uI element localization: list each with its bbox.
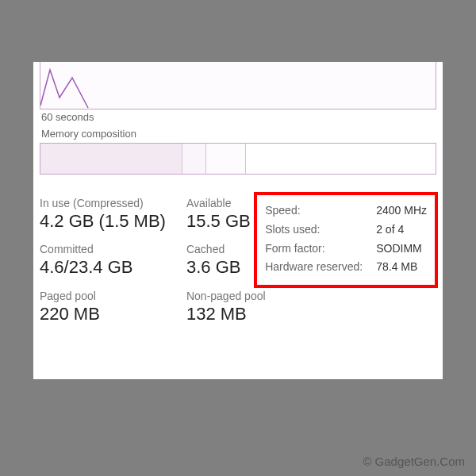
composition-free: [246, 144, 436, 174]
stat-value: 4.2 GB (1.5 MB): [40, 211, 166, 232]
spec-speed: Speed: 2400 MHz: [265, 202, 427, 221]
spec-label: Hardware reserved:: [265, 258, 376, 277]
spec-value: SODIMM: [376, 240, 422, 259]
stat-label: In use (Compressed): [40, 197, 166, 209]
spec-value: 2 of 4: [376, 221, 404, 240]
composition-standby: [206, 144, 246, 174]
spec-label: Form factor:: [265, 240, 376, 259]
graph-line: [40, 62, 437, 109]
stat-paged-pool: Paged pool 220 MB: [40, 290, 166, 324]
spec-label: Speed:: [265, 202, 376, 221]
memory-usage-graph: [40, 62, 436, 109]
stat-value: 4.6/23.4 GB: [40, 257, 166, 278]
spec-value: 78.4 MB: [376, 258, 417, 277]
spec-hardware-reserved: Hardware reserved: 78.4 MB: [265, 258, 427, 277]
composition-label: Memory composition: [33, 126, 443, 143]
spec-slots: Slots used: 2 of 4: [265, 221, 427, 240]
memory-specs-highlight: Speed: 2400 MHz Slots used: 2 of 4 Form …: [254, 192, 438, 288]
memory-composition-bar: [40, 143, 436, 175]
stat-label: Non-paged pool: [186, 290, 266, 302]
stat-in-use: In use (Compressed) 4.2 GB (1.5 MB): [40, 197, 166, 232]
composition-in-use: [40, 144, 182, 174]
spec-label: Slots used:: [265, 221, 376, 240]
stat-committed: Committed 4.6/23.4 GB: [40, 243, 166, 278]
spec-form-factor: Form factor: SODIMM: [265, 240, 427, 259]
stat-label: Committed: [40, 243, 166, 255]
composition-modified: [182, 144, 206, 174]
task-manager-memory-panel: 60 seconds Memory composition In use (Co…: [33, 62, 443, 379]
stat-nonpaged-pool: Non-paged pool 132 MB: [186, 290, 266, 324]
stat-value: 132 MB: [186, 304, 266, 324]
watermark-text: © GadgetGen.Com: [363, 455, 465, 468]
stats-area: In use (Compressed) 4.2 GB (1.5 MB) Avai…: [33, 190, 443, 324]
spec-value: 2400 MHz: [376, 202, 427, 221]
graph-axis-label: 60 seconds: [33, 109, 443, 126]
stat-label: Paged pool: [40, 290, 166, 302]
stat-value: 220 MB: [40, 304, 166, 324]
